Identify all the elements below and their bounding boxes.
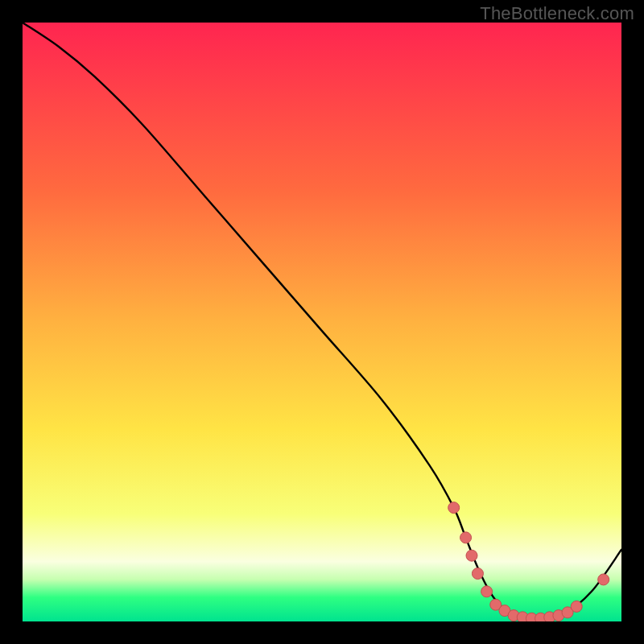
gradient-background [23, 23, 621, 621]
curve-marker [571, 601, 582, 612]
watermark-text: TheBottleneck.com [480, 3, 634, 24]
curve-marker [472, 568, 483, 579]
curve-marker [448, 502, 460, 514]
chart-stage: TheBottleneck.com [0, 0, 644, 644]
curve-marker [460, 532, 472, 543]
plot-area [23, 23, 621, 621]
chart-svg [23, 23, 621, 621]
curve-marker [481, 586, 493, 597]
curve-marker [466, 550, 477, 561]
curve-marker [598, 574, 609, 585]
